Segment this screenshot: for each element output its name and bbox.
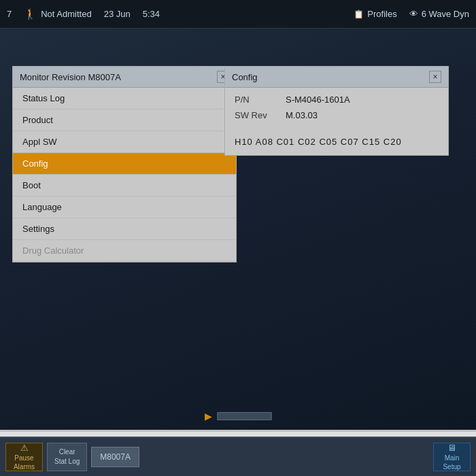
person-icon: 🚶 [24, 8, 37, 20]
patient-number: 7 [7, 9, 12, 19]
menu-item-status-log[interactable]: Status Log [13, 88, 236, 109]
config-dialog-titlebar: Config × [225, 67, 448, 88]
play-arrow-icon: ▶ [205, 411, 212, 422]
menu-item-config[interactable]: Config [13, 153, 236, 175]
pn-label: P/N [235, 95, 272, 105]
menu-item-boot[interactable]: Boot [13, 175, 236, 197]
admit-status: 🚶 Not Admitted [24, 8, 91, 20]
bottom-toolbar: ⚠ PauseAlarms ClearStat Log M8007A 🖥 Mai… [0, 437, 476, 476]
config-pn-row: P/N S-M4046-1601A [235, 95, 439, 105]
main-setup-button[interactable]: 🖥 MainSetup [433, 443, 471, 471]
config-sw-row: SW Rev M.03.03 [235, 110, 439, 120]
menu-item-language[interactable]: Language [13, 197, 236, 218]
scroll-indicator [218, 412, 272, 420]
menu-item-appl-sw[interactable]: Appl SW [13, 131, 236, 153]
page-indicator: ▶ [205, 411, 272, 422]
wave-display: 👁 6 Wave Dyn [409, 9, 469, 19]
menu-item-settings[interactable]: Settings [13, 218, 236, 240]
menu-item-product[interactable]: Product [13, 109, 236, 131]
dialog-left-titlebar: Monitor Revision M8007A × [13, 67, 236, 88]
main-display-area: Monitor Revision M8007A × Status Log Pro… [0, 29, 476, 430]
config-codes: H10 A08 C01 C02 C05 C07 C15 C20 [225, 133, 448, 155]
monitor-revision-dialog: Monitor Revision M8007A × Status Log Pro… [12, 66, 237, 262]
main-setup-label: MainSetup [443, 454, 460, 471]
clear-stat-log-button[interactable]: ClearStat Log [47, 443, 87, 471]
sw-rev-value: M.03.03 [286, 110, 318, 120]
monitor-icon: 🖥 [447, 443, 456, 454]
config-dialog-close-button[interactable]: × [429, 71, 441, 83]
profiles-button[interactable]: 📋 Profiles [354, 9, 396, 19]
pn-value: S-M4046-1601A [286, 95, 350, 105]
time-display: 5:34 [143, 9, 160, 19]
pause-alarms-button[interactable]: ⚠ PauseAlarms [5, 443, 43, 471]
wave-icon: 👁 [409, 9, 418, 19]
top-status-bar: 7 🚶 Not Admitted 23 Jun 5:34 📋 Profiles … [0, 0, 476, 29]
menu-item-drug-calculator: Drug Calculator [13, 240, 236, 262]
date-display: 23 Jun [104, 9, 131, 19]
pause-alarms-label: PauseAlarms [14, 454, 35, 471]
config-content: P/N S-M4046-1601A SW Rev M.03.03 [225, 88, 448, 133]
alarm-triangle-icon: ⚠ [20, 443, 29, 454]
profiles-icon: 📋 [354, 10, 364, 19]
clear-stat-log-label: ClearStat Log [54, 447, 80, 466]
dialog-left-title: Monitor Revision M8007A [20, 72, 121, 82]
sw-rev-label: SW Rev [235, 110, 272, 120]
model-label: M8007A [91, 447, 139, 467]
revision-menu-list: Status Log Product Appl SW Config Boot L… [13, 88, 236, 262]
config-dialog-title: Config [232, 72, 258, 82]
config-dialog: Config × P/N S-M4046-1601A SW Rev M.03.0… [224, 66, 449, 156]
